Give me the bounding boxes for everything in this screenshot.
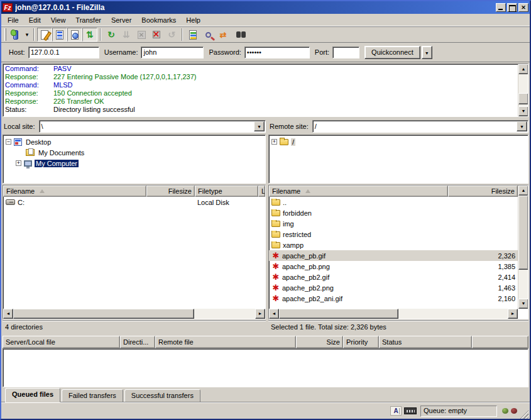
scroll-down-arrow[interactable] xyxy=(518,106,528,116)
file-row-parent-dir[interactable]: .. xyxy=(269,197,518,207)
remote-site-combobox[interactable]: / xyxy=(312,120,528,133)
tab-queued-files[interactable]: Queued files xyxy=(5,388,60,402)
local-site-label: Local site: xyxy=(3,121,39,131)
file-row-apache-pb2-png[interactable]: ✱apache_pb2.png 1,463 xyxy=(269,282,518,293)
menu-view[interactable]: View xyxy=(46,15,71,25)
tree-item-my-computer[interactable]: + My Computer xyxy=(3,158,265,169)
speed-limits-icon[interactable] xyxy=(404,407,417,414)
toggle-local-tree-button[interactable] xyxy=(52,28,67,41)
remote-vertical-scrollbar[interactable] xyxy=(518,185,528,309)
menu-server[interactable]: Server xyxy=(106,15,136,25)
tab-successful-transfers[interactable]: Successful transfers xyxy=(124,389,200,402)
image-file-icon: ✱ xyxy=(271,284,280,292)
remote-site-label: Remote site: xyxy=(268,121,312,131)
column-header-filename[interactable]: Filename xyxy=(3,185,146,197)
local-site-combobox[interactable]: \ xyxy=(39,120,266,133)
tree-item-root[interactable]: + / xyxy=(269,136,528,147)
column-header-size[interactable]: Size xyxy=(296,336,343,348)
scrollbar-thumb[interactable] xyxy=(518,196,528,270)
resize-grip[interactable] xyxy=(520,410,528,419)
column-header-lastmodified[interactable]: L xyxy=(258,185,265,197)
tab-failed-transfers[interactable]: Failed transfers xyxy=(62,389,123,402)
search-icon xyxy=(205,32,211,38)
file-row-img[interactable]: img xyxy=(269,218,518,229)
scroll-right-arrow[interactable] xyxy=(508,309,518,319)
column-header-filetype[interactable]: Filetype xyxy=(195,185,258,197)
column-header-filename[interactable]: Filename xyxy=(269,185,448,197)
expand-expander-icon[interactable]: + xyxy=(16,160,21,166)
column-header-filesize[interactable]: Filesize xyxy=(448,185,518,197)
toggle-queue-button[interactable]: ⇅ xyxy=(82,28,97,41)
status-bar: Queue: empty xyxy=(1,402,530,419)
sort-ascending-icon xyxy=(40,189,45,193)
file-row-xampp[interactable]: xampp xyxy=(269,240,518,250)
site-manager-icon xyxy=(13,30,18,40)
password-input[interactable] xyxy=(244,47,310,58)
scrollbar-thumb[interactable] xyxy=(518,93,528,104)
local-horizontal-scrollbar[interactable] xyxy=(3,309,265,319)
toolbar-separator xyxy=(100,28,101,41)
file-row-restricted[interactable]: restricted xyxy=(269,229,518,240)
toggle-message-log-button[interactable] xyxy=(37,28,52,41)
file-search-button[interactable] xyxy=(200,28,216,41)
cancel-operation-button[interactable]: ✕ xyxy=(134,28,149,41)
quickconnect-button[interactable]: Quickconnect xyxy=(364,46,420,59)
data-type-indicator-icon[interactable] xyxy=(390,406,402,416)
site-manager-button[interactable] xyxy=(8,28,23,41)
scroll-down-arrow[interactable] xyxy=(518,299,528,309)
collapse-expander-icon[interactable]: − xyxy=(6,139,11,145)
scroll-left-arrow[interactable] xyxy=(269,309,279,319)
quickconnect-dropdown[interactable] xyxy=(422,46,432,59)
remote-tree-icon xyxy=(71,30,79,40)
close-button[interactable] xyxy=(518,3,528,12)
column-header-server-local-file[interactable]: Server/Local file xyxy=(3,336,120,348)
synchronized-browsing-icon: ⇄ xyxy=(220,30,227,40)
menu-help[interactable]: Help xyxy=(181,15,205,25)
file-row-apache-pb2-ani-gif[interactable]: ✱apache_pb2_ani.gif 2,160 xyxy=(269,293,518,304)
tree-item-desktop[interactable]: − Desktop xyxy=(3,136,265,147)
scroll-right-arrow[interactable] xyxy=(255,309,265,319)
column-header-remote-file[interactable]: Remote file xyxy=(155,336,296,348)
toggle-remote-tree-button[interactable] xyxy=(67,28,82,41)
tree-item-my-documents[interactable]: My Documents xyxy=(3,147,265,158)
username-input[interactable] xyxy=(141,47,204,58)
scroll-up-arrow[interactable] xyxy=(518,64,528,74)
expand-expander-icon[interactable]: + xyxy=(271,139,277,145)
file-row-apache-pb2-gif[interactable]: ✱apache_pb2.gif 2,414 xyxy=(269,272,518,282)
remote-horizontal-scrollbar[interactable] xyxy=(269,309,518,319)
column-header-priority[interactable]: Priority xyxy=(343,336,379,348)
menu-bookmarks[interactable]: Bookmarks xyxy=(136,15,181,25)
column-header-status[interactable]: Status xyxy=(379,336,472,348)
host-input[interactable] xyxy=(28,47,99,58)
column-header-filler xyxy=(472,336,528,348)
menu-transfer[interactable]: Transfer xyxy=(70,15,106,25)
menu-edit[interactable]: Edit xyxy=(24,15,46,25)
scrollbar-thumb[interactable] xyxy=(13,309,194,319)
queue-list[interactable] xyxy=(3,348,528,387)
combo-dropdown-arrow[interactable] xyxy=(517,121,527,131)
scroll-up-arrow[interactable] xyxy=(518,185,528,196)
file-row-forbidden[interactable]: forbidden xyxy=(269,207,518,218)
scrollbar-thumb[interactable] xyxy=(279,309,398,319)
disconnect-button[interactable] xyxy=(149,28,164,41)
log-vertical-scrollbar[interactable] xyxy=(518,64,528,116)
menu-file[interactable]: File xyxy=(3,15,24,25)
file-row-c-drive[interactable]: C: Local Disk xyxy=(3,197,265,207)
refresh-button[interactable]: ↻ xyxy=(104,28,119,41)
file-row-apache-pb-gif[interactable]: ✱apache_pb.gif 2,326 xyxy=(269,250,518,261)
process-queue-button[interactable]: ⇊ xyxy=(119,28,134,41)
column-header-filesize[interactable]: Filesize xyxy=(146,185,195,197)
maximize-button[interactable] xyxy=(507,3,517,12)
scroll-left-arrow[interactable] xyxy=(3,309,13,319)
file-row-apache-pb-png[interactable]: ✱apache_pb.png 1,385 xyxy=(269,261,518,272)
minimize-button[interactable] xyxy=(496,3,506,12)
site-manager-dropdown[interactable] xyxy=(23,28,31,41)
column-header-direction[interactable]: Directi... xyxy=(120,336,155,348)
port-input[interactable] xyxy=(332,47,359,58)
local-list-header: Filename Filesize Filetype L xyxy=(3,185,265,197)
directory-comparison-button[interactable] xyxy=(231,28,246,41)
combo-dropdown-arrow[interactable] xyxy=(254,121,265,131)
reconnect-button[interactable]: ↺ xyxy=(164,28,179,41)
synchronized-browsing-button[interactable]: ⇄ xyxy=(216,28,231,41)
filter-button[interactable] xyxy=(185,28,200,41)
